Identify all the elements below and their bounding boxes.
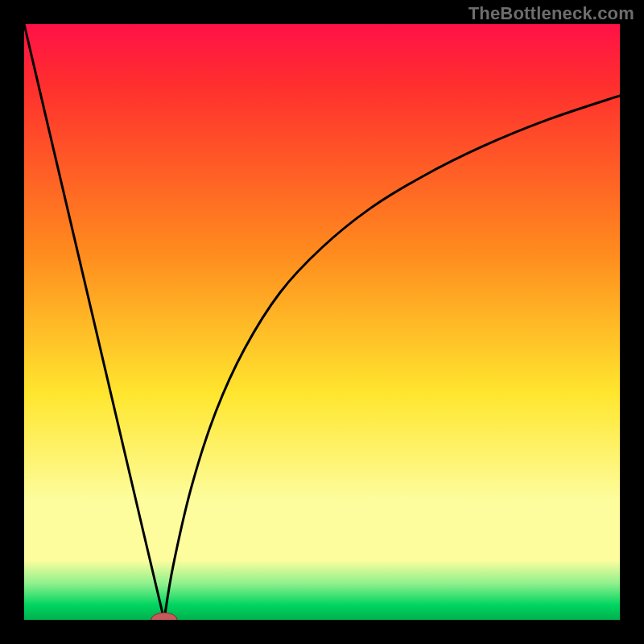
chart-frame: TheBottleneck.com (0, 0, 644, 644)
gradient-background (24, 24, 620, 620)
chart-svg (24, 24, 620, 620)
plot-area (24, 24, 620, 620)
watermark-text: TheBottleneck.com (469, 3, 634, 24)
